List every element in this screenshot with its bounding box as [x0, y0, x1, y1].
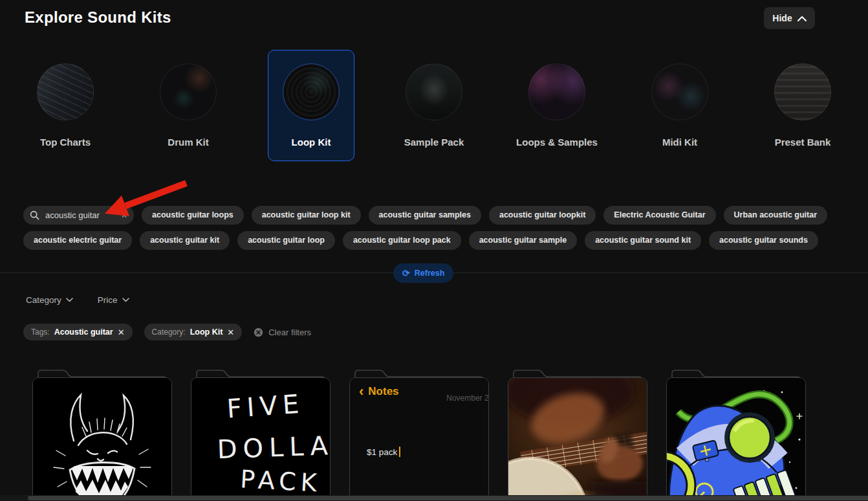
- suggestion-pill[interactable]: Electric Acoustic Guitar: [603, 206, 715, 225]
- sample-pack-thumbnail: [406, 63, 462, 120]
- clear-icon[interactable]: ✕: [121, 212, 127, 219]
- kit-cover-notes-screenshot: ‹ Notes November 23, 202 $1 pack: [349, 377, 489, 501]
- chevron-down-icon: [122, 298, 129, 302]
- sound-kit-results-row: FIVE DOLLA PACK ‹ Notes November 23, 202: [32, 368, 806, 501]
- top-charts-thumbnail: [37, 63, 94, 120]
- category-card-preset-bank[interactable]: Preset Bank: [759, 50, 846, 161]
- category-filter-dropdown[interactable]: Category: [26, 295, 73, 305]
- price-filter-dropdown[interactable]: Price: [98, 295, 129, 305]
- category-card-sample-pack[interactable]: Sample Pack: [391, 50, 477, 161]
- refresh-button-label: Refresh: [415, 269, 445, 278]
- category-card-midi-kit[interactable]: Midi Kit: [636, 50, 723, 161]
- suggestion-pill[interactable]: acoustic guitar loopkit: [489, 206, 596, 225]
- cover-text-line: PACK: [239, 465, 321, 497]
- suggestion-pill[interactable]: acoustic guitar sound kit: [585, 231, 701, 250]
- search-icon: [30, 210, 39, 220]
- clear-circle-icon: [254, 328, 263, 337]
- category-label: Midi Kit: [662, 137, 697, 148]
- search-box[interactable]: ✕: [23, 206, 134, 225]
- drum-kit-thumbnail: [160, 63, 217, 120]
- refresh-button[interactable]: ⟳ Refresh: [393, 263, 453, 283]
- clear-filters-button[interactable]: Clear filters: [254, 328, 311, 337]
- category-label: Drum Kit: [168, 137, 208, 148]
- preset-bank-thumbnail: [774, 63, 831, 120]
- category-label: Top Charts: [40, 137, 91, 148]
- cover-text-line: DOLLA: [217, 430, 331, 464]
- suggestion-pill[interactable]: acoustic guitar kit: [140, 231, 230, 250]
- refresh-icon: ⟳: [402, 269, 410, 278]
- hide-button[interactable]: Hide: [764, 7, 815, 29]
- kit-cover-monster-sketch: [32, 377, 172, 501]
- category-card-loop-kit[interactable]: Loop Kit: [268, 50, 354, 161]
- category-card-top-charts[interactable]: Top Charts: [22, 50, 109, 161]
- chip-value: Acoustic guitar: [54, 328, 113, 337]
- kit-card-rocket-illustration[interactable]: [666, 368, 806, 501]
- suggestions-row-2: acoustic electric guitar acoustic guitar…: [23, 231, 818, 250]
- suggestion-pill[interactable]: acoustic guitar loops: [142, 206, 244, 225]
- clear-filters-label: Clear filters: [268, 328, 311, 337]
- midi-kit-thumbnail: [651, 63, 708, 120]
- category-card-row: Top Charts Drum Kit Loop Kit Sample Pack…: [22, 50, 846, 161]
- suggestion-pill[interactable]: acoustic guitar samples: [369, 206, 481, 225]
- kit-card-notes-dollar-pack[interactable]: ‹ Notes November 23, 202 $1 pack: [349, 368, 489, 501]
- category-filter-chip[interactable]: Category: Loop Kit ✕: [144, 324, 243, 340]
- kit-cover-five-dolla-pack: FIVE DOLLA PACK: [191, 377, 331, 501]
- notes-body-text: $1 pack: [367, 447, 400, 457]
- category-label: Preset Bank: [775, 137, 831, 148]
- cover-text-line: FIVE: [226, 388, 305, 423]
- suggestion-pill[interactable]: acoustic guitar sample: [469, 231, 577, 250]
- kit-card-monster-sketch[interactable]: [32, 368, 172, 501]
- search-and-suggestions-row: ✕ acoustic guitar loops acoustic guitar …: [23, 206, 827, 225]
- text-caret: [399, 447, 400, 457]
- suggestion-pill[interactable]: acoustic guitar loop: [237, 231, 335, 250]
- suggestion-pill[interactable]: Urban acoustic guitar: [724, 206, 828, 225]
- notes-date: November 23, 202: [446, 394, 489, 403]
- back-chevron-icon: ‹: [359, 384, 363, 399]
- filter-bar: Category Price: [26, 295, 129, 305]
- suggestion-pill[interactable]: acoustic guitar loop kit: [252, 206, 361, 225]
- kit-cover-guitar-photo: [508, 377, 647, 501]
- close-icon[interactable]: ✕: [118, 328, 125, 337]
- notes-nav: ‹ Notes: [359, 384, 399, 399]
- notes-nav-label: Notes: [368, 385, 398, 398]
- search-input[interactable]: [44, 210, 116, 221]
- active-filters-row: Tags: Acoustic guitar ✕ Category: Loop K…: [23, 324, 311, 340]
- chip-prefix: Tags:: [31, 328, 50, 337]
- chip-value: Loop Kit: [190, 328, 223, 337]
- kit-card-guitar-photo[interactable]: [508, 368, 647, 501]
- category-label: Loops & Samples: [516, 137, 598, 148]
- chip-prefix: Category:: [152, 328, 186, 337]
- category-dropdown-label: Category: [26, 295, 61, 305]
- chevron-up-icon: [797, 16, 807, 21]
- category-label: Loop Kit: [292, 137, 331, 148]
- suggestion-pill[interactable]: acoustic guitar sounds: [709, 231, 818, 250]
- loops-samples-thumbnail: [528, 63, 585, 120]
- horizontal-scrollbar-thumb[interactable]: [28, 496, 868, 500]
- kit-card-five-dolla-pack[interactable]: FIVE DOLLA PACK: [191, 368, 331, 501]
- page-title: Explore Sound Kits: [25, 8, 171, 27]
- category-label: Sample Pack: [404, 137, 464, 148]
- hide-button-label: Hide: [772, 13, 792, 23]
- explore-sound-kits-panel: Explore Sound Kits Hide Top Charts Drum …: [0, 0, 868, 501]
- suggestion-pill[interactable]: acoustic electric guitar: [23, 231, 132, 250]
- tags-filter-chip[interactable]: Tags: Acoustic guitar ✕: [23, 324, 133, 340]
- category-card-loops-samples[interactable]: Loops & Samples: [514, 50, 600, 161]
- loop-kit-thumbnail: [283, 63, 340, 120]
- suggestion-pill[interactable]: acoustic guitar loop pack: [343, 231, 461, 250]
- close-icon[interactable]: ✕: [227, 328, 234, 337]
- price-dropdown-label: Price: [98, 295, 118, 305]
- chevron-down-icon: [66, 298, 73, 302]
- kit-cover-rocket-illustration: [666, 377, 806, 501]
- category-card-drum-kit[interactable]: Drum Kit: [145, 50, 232, 161]
